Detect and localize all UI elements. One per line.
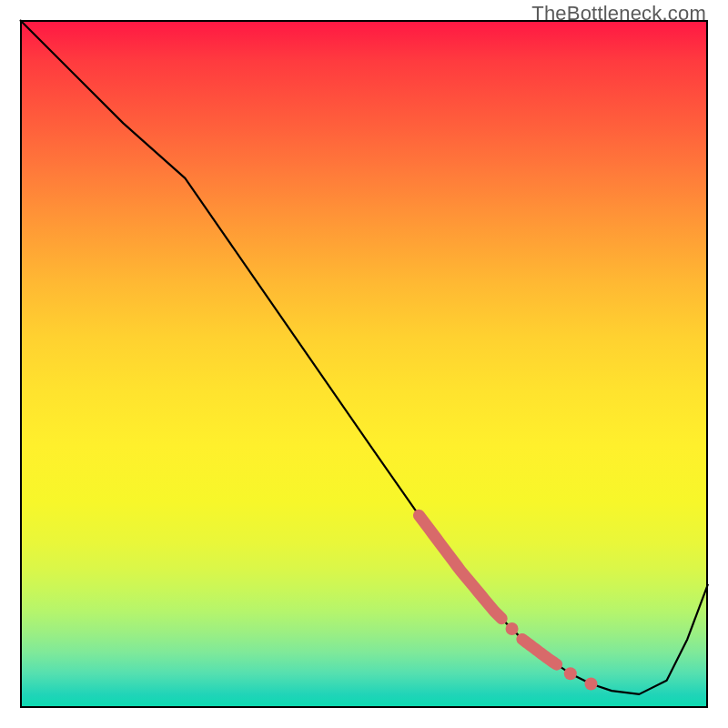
highlight-segment-1	[522, 639, 557, 664]
watermark-text: TheBottleneck.com	[531, 2, 706, 25]
highlight-dot-0	[506, 622, 519, 635]
highlight-dot-2	[584, 678, 597, 691]
highlight-dot-1	[564, 667, 577, 680]
bottleneck-chart: TheBottleneck.com	[0, 0, 728, 728]
highlight-segment-0	[419, 515, 501, 618]
bottleneck-curve-line	[20, 20, 708, 694]
chart-plot-area	[20, 20, 708, 708]
